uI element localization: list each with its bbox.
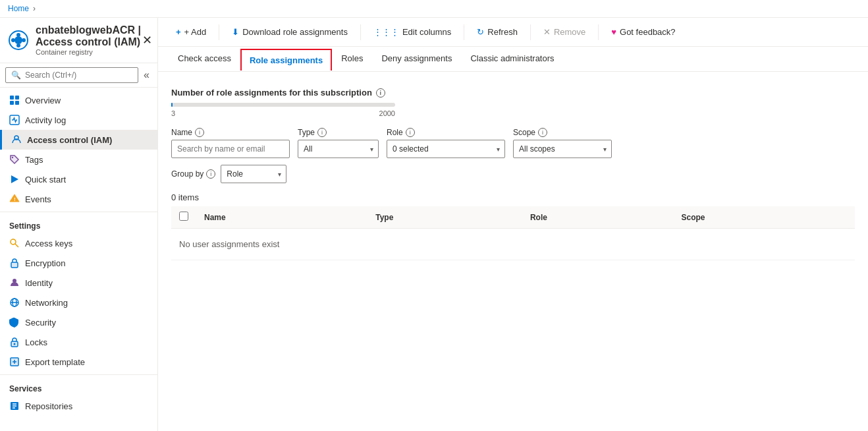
- tab-classic-admins[interactable]: Classic administrators: [461, 47, 563, 71]
- tab-check-access[interactable]: Check access: [169, 47, 240, 71]
- svg-point-5: [22, 38, 26, 42]
- filter-scope-label: Scope i: [513, 128, 612, 137]
- registry-icon: [8, 30, 29, 51]
- sidebar-item-activity-log[interactable]: Activity log: [0, 110, 157, 130]
- progress-min: 3: [171, 109, 175, 117]
- filter-type-select[interactable]: All User Group Service principal: [298, 140, 379, 158]
- sidebar-item-tags[interactable]: Tags: [0, 150, 157, 169]
- keys-icon: [9, 238, 20, 248]
- toolbar-sep-1: [219, 24, 219, 40]
- filter-scope-group: Scope i All scopes This resource Inherit…: [513, 128, 612, 158]
- svg-point-12: [12, 157, 13, 158]
- sidebar-item-label-access-keys: Access keys: [25, 239, 72, 248]
- name-info-icon[interactable]: i: [195, 128, 204, 137]
- toolbar-sep-3: [464, 24, 464, 40]
- sidebar-item-label-repos: Repositories: [25, 401, 72, 411]
- scope-info-icon[interactable]: i: [538, 128, 547, 137]
- sidebar-nav: Overview Activity log Access control (IA…: [0, 88, 157, 418]
- sidebar-item-export-template[interactable]: Export template: [0, 352, 157, 372]
- edit-columns-button[interactable]: ⋮⋮⋮ Edit columns: [366, 23, 458, 41]
- sidebar-search-box[interactable]: 🔍: [5, 67, 138, 83]
- col-type: Type: [367, 206, 522, 229]
- sidebar-item-label-quickstart: Quick start: [25, 175, 66, 185]
- groupby-select-wrapper: Role Type Name: [221, 165, 286, 183]
- svg-rect-6: [10, 96, 14, 100]
- groupby-info-icon[interactable]: i: [206, 169, 215, 179]
- filter-scope-wrapper: All scopes This resource Inherited: [513, 140, 612, 158]
- add-button[interactable]: + + Add: [169, 23, 213, 41]
- sidebar-item-repositories[interactable]: Repositories: [0, 396, 157, 416]
- resource-header: cnbateblogwebACR | Access control (IAM) …: [0, 18, 157, 63]
- table-header-row: Name Type Role Scope: [171, 206, 855, 229]
- col-name: Name: [196, 206, 367, 229]
- iam-icon: [11, 134, 22, 145]
- settings-section-header: Settings: [0, 215, 157, 233]
- columns-icon: ⋮⋮⋮: [373, 27, 399, 37]
- no-data-message: No user assignments exist: [171, 229, 855, 260]
- sidebar-item-label-security: Security: [25, 318, 56, 328]
- overview-icon: [9, 95, 20, 105]
- tab-deny-assignments[interactable]: Deny assignments: [372, 47, 461, 71]
- tags-icon: [9, 154, 20, 165]
- collapse-button[interactable]: «: [141, 68, 152, 82]
- sidebar-item-label-iam: Access control (IAM): [27, 135, 112, 145]
- resource-type: Container registry: [36, 48, 149, 56]
- select-all-checkbox[interactable]: [179, 212, 188, 221]
- sidebar-item-label-export: Export template: [25, 357, 85, 367]
- svg-point-3: [16, 43, 20, 47]
- tab-role-assignments[interactable]: Role assignments: [240, 49, 332, 71]
- filter-role-wrapper: 0 selected: [387, 140, 505, 158]
- sidebar-item-security[interactable]: Security: [0, 312, 157, 332]
- close-button[interactable]: ✕: [142, 33, 152, 47]
- tab-roles[interactable]: Roles: [332, 47, 372, 71]
- feedback-button[interactable]: ♥ Got feedback?: [604, 23, 682, 41]
- refresh-button[interactable]: ↻ Refresh: [470, 23, 525, 41]
- events-icon: !: [9, 194, 20, 204]
- sidebar-item-events[interactable]: ! Events: [0, 189, 157, 209]
- svg-point-1: [14, 36, 22, 44]
- groupby-label: Group by i: [171, 169, 215, 179]
- breadcrumb: Home ›: [0, 0, 868, 18]
- remove-button[interactable]: ✕ Remove: [536, 23, 593, 41]
- type-info-icon[interactable]: i: [317, 128, 327, 137]
- sidebar-item-label-encryption: Encryption: [25, 258, 65, 268]
- sidebar-item-label-identity: Identity: [25, 278, 53, 288]
- filter-type-group: Type i All User Group Service principal: [298, 128, 379, 158]
- toolbar: + + Add ⬇ Download role assignments ⋮⋮⋮ …: [158, 18, 868, 47]
- filter-role-select[interactable]: 0 selected: [387, 140, 505, 158]
- download-button[interactable]: ⬇ Download role assignments: [225, 23, 355, 41]
- search-input[interactable]: [25, 71, 132, 80]
- groupby-select[interactable]: Role Type Name: [221, 165, 286, 183]
- role-info-icon[interactable]: i: [406, 128, 415, 137]
- sidebar-item-access-keys[interactable]: Access keys: [0, 233, 157, 253]
- sidebar-search-row: 🔍 «: [0, 63, 157, 88]
- resource-name: cnbateblogwebACR | Access control (IAM): [36, 24, 149, 48]
- sidebar-item-quickstart[interactable]: Quick start: [0, 169, 157, 189]
- sidebar-item-overview[interactable]: Overview: [0, 90, 157, 110]
- sidebar-item-encryption[interactable]: Encryption: [0, 253, 157, 273]
- sidebar-item-label-activity: Activity log: [25, 115, 66, 125]
- sidebar-item-iam[interactable]: Access control (IAM): [0, 130, 157, 150]
- sidebar: cnbateblogwebACR | Access control (IAM) …: [0, 18, 158, 431]
- filter-role-group: Role i 0 selected: [387, 128, 505, 158]
- items-count: 0 items: [171, 192, 855, 202]
- svg-point-2: [16, 33, 20, 37]
- filter-scope-select[interactable]: All scopes This resource Inherited: [513, 140, 612, 158]
- locks-icon: [9, 337, 20, 347]
- assignments-table: Name Type Role Scope No user assignments…: [171, 206, 855, 260]
- sidebar-item-identity[interactable]: Identity: [0, 273, 157, 293]
- col-role: Role: [522, 206, 674, 229]
- download-icon: ⬇: [232, 27, 239, 37]
- toolbar-sep-2: [360, 24, 361, 40]
- progress-max: 2000: [379, 109, 395, 117]
- breadcrumb-home[interactable]: Home: [8, 4, 29, 13]
- filter-name-input[interactable]: [171, 140, 290, 158]
- subscription-info-icon[interactable]: i: [376, 88, 385, 98]
- filter-role-label: Role i: [387, 128, 505, 137]
- groupby-row: Group by i Role Type Name: [171, 165, 855, 183]
- filters-row: Name i Type i All User: [171, 128, 855, 158]
- sidebar-item-locks[interactable]: Locks: [0, 332, 157, 352]
- search-icon: 🔍: [11, 71, 21, 80]
- sidebar-item-networking[interactable]: Networking: [0, 293, 157, 312]
- feedback-icon: ♥: [611, 27, 616, 37]
